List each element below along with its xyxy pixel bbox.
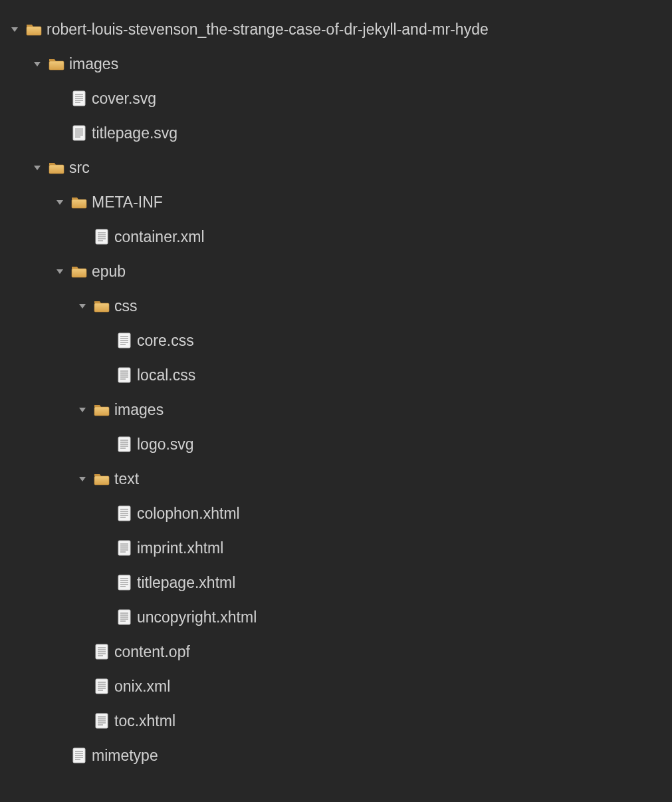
tree-row-titlepage-svg[interactable]: titlepage.svg: [7, 116, 672, 150]
indent: [52, 306, 74, 307]
file-icon: [70, 747, 88, 764]
file-icon: [70, 124, 88, 142]
chevron-down-icon[interactable]: [52, 194, 68, 210]
tree-item-label: css: [114, 289, 138, 323]
indent: [7, 375, 29, 376]
svg-rect-27: [72, 269, 86, 277]
file-icon: [93, 712, 110, 730]
toggle-placeholder: [52, 747, 68, 763]
tree-row-titlepage-xhtml[interactable]: titlepage.xhtml: [7, 565, 672, 600]
svg-rect-3: [49, 61, 64, 70]
tree-row-logo-svg[interactable]: logo.svg: [7, 427, 672, 462]
tree-row-toc-xhtml[interactable]: toc.xhtml: [7, 704, 672, 738]
tree-row-content-opf[interactable]: content.opf: [7, 634, 672, 669]
chevron-down-icon[interactable]: [74, 402, 90, 418]
indent: [7, 168, 29, 168]
tree-row-mimetype[interactable]: mimetype: [7, 738, 672, 773]
tree-item-label: local.css: [137, 358, 195, 392]
svg-rect-17: [49, 165, 64, 174]
folder-icon: [48, 55, 65, 72]
svg-rect-19: [72, 200, 86, 208]
indent: [7, 583, 29, 583]
svg-marker-42: [79, 408, 86, 412]
tree-row-text[interactable]: text: [7, 462, 672, 496]
tree-row-onix-xml[interactable]: onix.xml: [7, 669, 672, 704]
indent: [52, 444, 74, 445]
indent: [29, 375, 52, 376]
indent: [52, 513, 74, 514]
indent: [7, 479, 29, 479]
indent: [74, 375, 97, 376]
tree-item-label: images: [69, 47, 118, 81]
chevron-down-icon[interactable]: [74, 298, 90, 314]
tree-row-robert-louis-stevenson-the-strange-case-of-dr-jekyll-and-mr-hyde[interactable]: robert-louis-stevenson_the-strange-case-…: [7, 12, 672, 47]
tree-row-imprint-xhtml[interactable]: imprint.xhtml: [7, 531, 672, 565]
file-icon: [93, 228, 110, 245]
file-icon: [93, 643, 110, 660]
indent: [52, 375, 74, 376]
tree-item-label: logo.svg: [137, 427, 194, 462]
tree-row-meta-inf[interactable]: META-INF: [7, 185, 672, 219]
chevron-down-icon[interactable]: [7, 21, 23, 37]
file-icon: [116, 505, 133, 522]
indent: [7, 755, 29, 756]
toggle-placeholder: [97, 333, 113, 348]
indent: [74, 513, 97, 514]
tree-row-epub[interactable]: epub: [7, 254, 672, 289]
tree-row-local-css[interactable]: local.css: [7, 358, 672, 392]
chevron-down-icon[interactable]: [29, 56, 45, 72]
tree-row-container-xml[interactable]: container.xml: [7, 219, 672, 254]
folder-icon: [25, 21, 43, 38]
tree-row-uncopyright-xhtml[interactable]: uncopyright.xhtml: [7, 600, 672, 634]
indent: [29, 271, 52, 272]
indent: [7, 202, 29, 203]
indent: [7, 64, 29, 65]
indent: [7, 617, 29, 618]
indent: [52, 686, 74, 687]
svg-marker-16: [34, 166, 41, 170]
tree-row-css[interactable]: css: [7, 289, 672, 323]
folder-icon: [70, 263, 88, 280]
file-icon: [116, 366, 133, 384]
indent: [52, 410, 74, 410]
chevron-down-icon[interactable]: [74, 471, 90, 487]
chevron-down-icon[interactable]: [29, 160, 45, 176]
svg-marker-0: [11, 27, 18, 32]
indent: [52, 237, 74, 237]
toggle-placeholder: [97, 540, 113, 556]
indent: [29, 237, 52, 237]
tree-row-images[interactable]: images: [7, 392, 672, 427]
tree-item-label: onix.xml: [114, 669, 170, 704]
tree-item-label: text: [114, 462, 139, 496]
folder-icon: [93, 470, 110, 487]
indent: [74, 548, 97, 549]
tree-row-core-css[interactable]: core.css: [7, 323, 672, 358]
svg-marker-26: [56, 269, 63, 274]
tree-row-cover-svg[interactable]: cover.svg: [7, 81, 672, 116]
indent: [7, 548, 29, 549]
tree-item-label: content.opf: [114, 634, 190, 669]
tree-row-colophon-xhtml[interactable]: colophon.xhtml: [7, 496, 672, 531]
indent: [7, 340, 29, 341]
indent: [7, 686, 29, 687]
toggle-placeholder: [97, 505, 113, 521]
tree-row-images[interactable]: images: [7, 47, 672, 81]
tree-row-src[interactable]: src: [7, 150, 672, 185]
tree-item-label: container.xml: [114, 219, 205, 254]
chevron-down-icon[interactable]: [52, 263, 68, 279]
tree-item-label: epub: [92, 254, 126, 289]
toggle-placeholder: [74, 678, 90, 694]
svg-marker-28: [79, 304, 86, 309]
svg-rect-1: [27, 27, 41, 35]
indent: [29, 133, 52, 134]
file-icon: [116, 539, 133, 557]
folder-icon: [70, 194, 88, 211]
indent: [74, 444, 97, 445]
toggle-placeholder: [74, 713, 90, 729]
toggle-placeholder: [52, 90, 68, 106]
tree-item-label: images: [114, 392, 164, 427]
toggle-placeholder: [97, 575, 113, 591]
toggle-placeholder: [97, 367, 113, 383]
file-icon: [116, 332, 133, 349]
indent: [74, 340, 97, 341]
